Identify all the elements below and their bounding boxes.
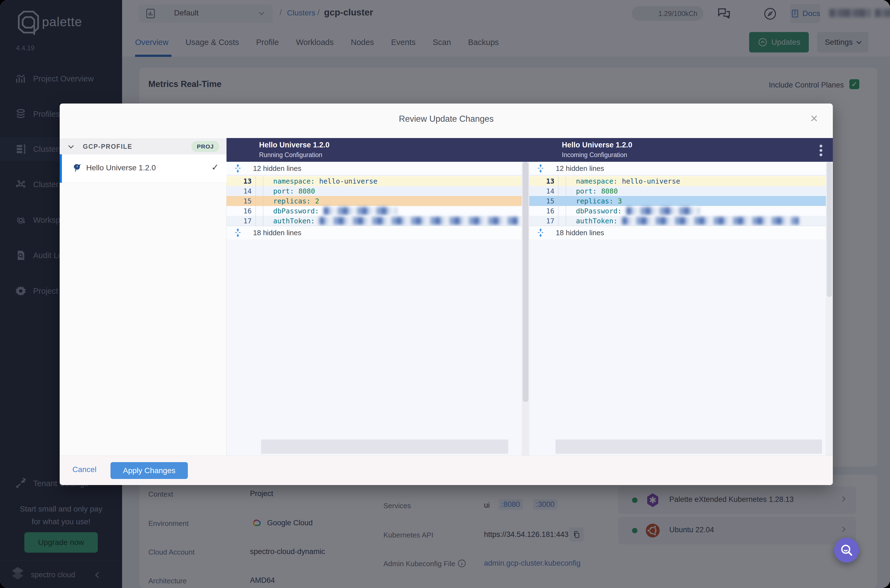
profile-name: Hello Universe 1.2.0 [86,164,156,172]
hidden-lines-row[interactable]: 18 hidden lines [227,226,522,239]
profile-group-header[interactable]: GCP-PROFILE PROJ [60,139,227,154]
profile-list-item[interactable]: Hello Universe 1.2.0 ✓ [60,154,227,183]
vertical-scrollbar[interactable] [522,162,529,456]
hidden-lines-label: 12 hidden lines [556,164,604,173]
chevron-down-icon [68,143,74,148]
unfold-icon [234,228,242,237]
app-window: palette 4.4.19 Project Overview Profiles… [0,0,890,588]
code-line-secret: 17 authToken: [227,216,522,226]
incoming-pane-subtitle: Incoming Configuration [562,151,627,159]
running-pane-title: Hello Universe 1.2.0 [259,141,329,149]
unfold-icon [537,228,545,237]
apply-changes-button[interactable]: Apply Changes [110,462,188,479]
modal-title: Review Update Changes [60,114,833,124]
redacted-value [622,217,799,225]
magnifier-smile-icon [839,543,854,557]
hidden-lines-row[interactable]: 12 hidden lines [227,162,522,175]
unfold-icon [537,164,545,173]
close-icon[interactable]: ✕ [810,113,818,124]
selected-indicator [60,154,62,183]
vertical-scrollbar[interactable] [826,162,833,456]
code-line: 13 namespace:hello-universe [529,176,826,186]
hidden-lines-row[interactable]: 18 hidden lines [529,226,826,239]
hidden-lines-label: 18 hidden lines [556,229,604,237]
scope-badge: PROJ [191,141,219,152]
unfold-icon [234,164,242,173]
redacted-value [626,207,699,215]
running-configuration-editor[interactable]: 12 hidden lines 13 namespace:hello-unive… [227,162,522,456]
hidden-lines-label: 18 hidden lines [253,229,301,237]
code-line: 14 port:8080 [529,186,826,196]
code-line-secret: 16 dbPassword: [529,206,826,216]
modal-footer: Cancel Apply Changes [60,456,833,485]
profile-group-name: GCP-PROFILE [83,143,132,150]
review-update-changes-modal: Review Update Changes ✕ GCP-PROFILE PROJ… [60,104,833,485]
code-line: 13 namespace:hello-universe [227,176,522,186]
cancel-button[interactable]: Cancel [72,465,96,474]
running-pane-subtitle: Running Configuration [259,151,322,159]
code-line: 14 port:8080 [227,186,522,196]
horizontal-scrollbar[interactable] [261,440,508,454]
code-line-secret: 17 authToken: [529,216,826,226]
help-search-fab[interactable] [834,538,859,562]
diff-header-bar: Hello Universe 1.2.0 Running Configurati… [227,138,833,162]
code-line-secret: 16 dbPassword: [227,206,522,216]
redacted-value [319,217,518,225]
hidden-lines-row[interactable]: 12 hidden lines [529,162,826,175]
hidden-lines-label: 12 hidden lines [253,164,301,173]
code-line-changed: 15 replicas:3 [529,196,826,206]
profile-list-panel: GCP-PROFILE PROJ Hello Universe 1.2.0 ✓ [60,138,227,456]
check-icon: ✓ [211,162,219,172]
code-line-changed: 15 replicas:2 [227,196,522,206]
horizontal-scrollbar[interactable] [555,440,822,454]
incoming-configuration-editor[interactable]: 12 hidden lines 13 namespace:hello-unive… [529,162,826,456]
redacted-value [323,207,397,215]
kebab-menu-icon[interactable] [819,143,822,158]
hello-universe-icon [70,162,83,175]
incoming-pane-title: Hello Universe 1.2.0 [562,141,632,149]
